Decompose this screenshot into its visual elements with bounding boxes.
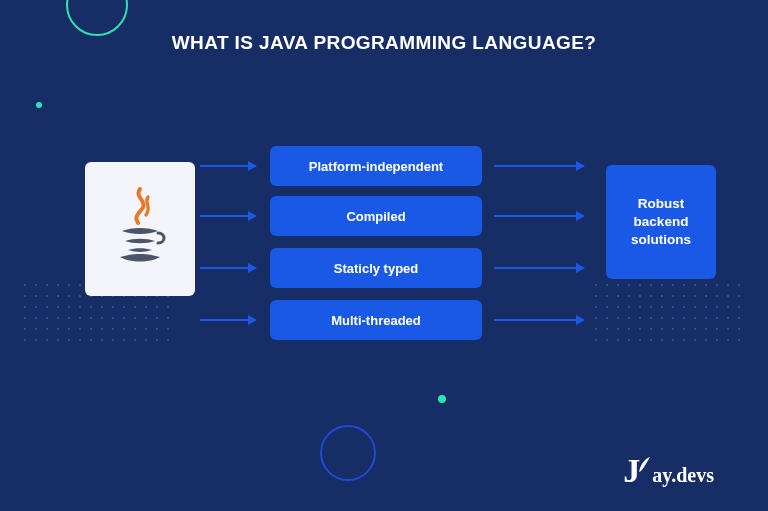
arrow-icon bbox=[494, 267, 584, 269]
arrow-icon bbox=[494, 319, 584, 321]
brand-logo: J ay.devs bbox=[623, 456, 714, 487]
feature-pill: Compiled bbox=[270, 196, 482, 236]
page-title: WHAT IS JAVA PROGRAMMING LANGUAGE? bbox=[0, 32, 768, 54]
arrow-icon bbox=[494, 215, 584, 217]
decorative-dot bbox=[36, 102, 42, 108]
feature-pill: Multi-threaded bbox=[270, 300, 482, 340]
arrow-icon bbox=[200, 215, 256, 217]
java-logo-icon bbox=[110, 187, 170, 271]
arrow-icon bbox=[200, 165, 256, 167]
decorative-dot bbox=[438, 395, 446, 403]
arrow-icon bbox=[494, 165, 584, 167]
dot-pattern-right bbox=[595, 284, 740, 341]
arrow-icon bbox=[200, 267, 256, 269]
decorative-circle-top bbox=[66, 0, 128, 36]
arrow-icon bbox=[200, 319, 256, 321]
brand-text: ay.devs bbox=[652, 464, 714, 487]
decorative-circle-bottom bbox=[320, 425, 376, 481]
java-logo-card bbox=[85, 162, 195, 296]
feather-icon bbox=[637, 456, 651, 474]
feature-pill: Staticly typed bbox=[270, 248, 482, 288]
result-box: Robust backend solutions bbox=[606, 165, 716, 279]
feature-pill: Platform-independent bbox=[270, 146, 482, 186]
